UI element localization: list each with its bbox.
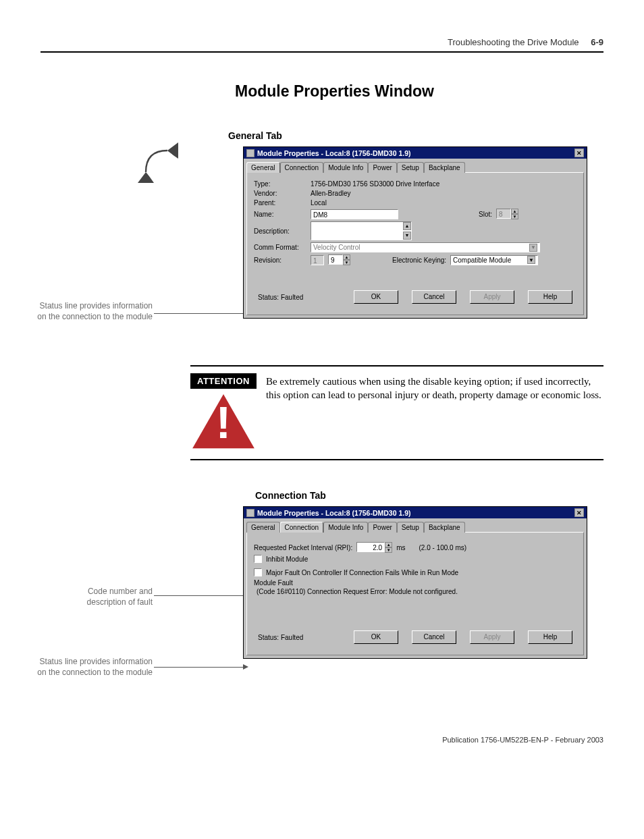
attention-label: ATTENTION <box>190 373 257 389</box>
chevron-up-icon[interactable]: ▲ <box>511 209 518 214</box>
apply-button: Apply <box>470 630 514 644</box>
slot-value: 8 <box>496 209 511 219</box>
leader-line <box>154 595 243 596</box>
rpi-spinner[interactable]: 2.0 ▲▼ <box>356 542 392 553</box>
status-annotation-connection: Status line provides information on the … <box>34 656 153 678</box>
inhibit-label: Inhibit Module <box>266 556 308 563</box>
dialog-title: Module Properties - Local:8 (1756-DMD30 … <box>257 509 572 517</box>
svg-text:!: ! <box>216 397 231 448</box>
name-input[interactable]: DM8 <box>311 209 398 219</box>
rpi-range: (2.0 - 100.0 ms) <box>419 544 467 551</box>
ok-button[interactable]: OK <box>354 290 398 304</box>
module-properties-dialog-general: Module Properties - Local:8 (1756-DMD30 … <box>243 146 587 319</box>
section-title: Module Properties Window <box>235 82 603 101</box>
ekeying-label: Electronic Keying: <box>392 256 446 264</box>
general-panel: Type:1756-DMD30 1756 SD3000 Drive Interf… <box>246 172 584 315</box>
parent-value: Local <box>311 199 327 207</box>
warning-triangle-icon: ! <box>191 393 256 451</box>
chevron-down-icon[interactable]: ▼ <box>385 547 392 553</box>
tab-backplane[interactable]: Backplane <box>424 522 465 533</box>
page-number: 6-9 <box>591 37 603 47</box>
titlebar[interactable]: Module Properties - Local:8 (1756-DMD30 … <box>244 147 587 159</box>
chevron-down-icon[interactable]: ▼ <box>511 214 518 219</box>
leader-line <box>154 667 243 668</box>
revision-major: 1 <box>311 255 324 265</box>
titlebar[interactable]: Module Properties - Local:8 (1756-DMD30 … <box>244 507 587 518</box>
page-header: Troubleshooting the Drive Module 6-9 <box>0 0 644 51</box>
vendor-value: Allen-Bradley <box>311 190 350 197</box>
revision-minor[interactable]: 9 <box>328 254 343 265</box>
type-value: 1756-DMD30 1756 SD3000 Drive Interface <box>311 180 439 188</box>
cancel-button[interactable]: Cancel <box>412 290 456 304</box>
cancel-button[interactable]: Cancel <box>412 630 456 644</box>
general-tab-figure: Status line provides information on the … <box>41 146 603 349</box>
ekeying-select[interactable]: Compatible Module ▼ <box>450 255 538 265</box>
callout-arrow-icon <box>135 140 189 194</box>
revision-label: Revision: <box>254 256 306 264</box>
tab-general[interactable]: General <box>246 162 280 173</box>
publication-line: Publication 1756-UM522B-EN-P - February … <box>0 736 603 744</box>
tab-backplane[interactable]: Backplane <box>424 162 465 173</box>
app-icon <box>246 509 254 517</box>
leader-line <box>154 313 243 314</box>
close-icon[interactable]: ✕ <box>574 148 584 157</box>
tab-power[interactable]: Power <box>368 522 396 533</box>
tabstrip: General Connection Module Info Power Set… <box>244 159 587 172</box>
revision-minor-spinner[interactable]: 9 ▲▼ <box>328 254 350 265</box>
rpi-value[interactable]: 2.0 <box>356 542 385 552</box>
description-input[interactable]: ▲ ▼ <box>311 221 412 240</box>
attention-badge: ATTENTION ! <box>190 373 257 451</box>
rpi-units: ms <box>396 544 405 551</box>
connection-tab-heading: Connection Tab <box>255 490 644 501</box>
tab-setup[interactable]: Setup <box>397 522 424 533</box>
close-icon[interactable]: ✕ <box>574 508 584 517</box>
chevron-up-icon[interactable]: ▲ <box>343 254 350 260</box>
status-line: Status: Faulted <box>258 294 303 301</box>
help-button[interactable]: Help <box>528 630 572 644</box>
chevron-down-icon: ▼ <box>529 244 537 252</box>
tab-setup[interactable]: Setup <box>397 162 424 173</box>
help-button[interactable]: Help <box>528 290 572 304</box>
chevron-down-icon[interactable]: ▼ <box>527 256 535 264</box>
tab-module-info[interactable]: Module Info <box>323 162 368 173</box>
apply-button: Apply <box>470 290 514 304</box>
general-tab-heading: General Tab <box>228 130 644 141</box>
leader-arrowhead-icon <box>243 664 248 670</box>
rpi-label: Requested Packet Interval (RPI): <box>254 544 352 551</box>
scroll-down-icon[interactable]: ▼ <box>403 232 411 240</box>
attention-text: Be extremely cautious when using the dis… <box>266 373 603 451</box>
status-annotation-general: Status line provides information on the … <box>34 300 153 322</box>
comm-format-label: Comm Format: <box>254 244 306 251</box>
slot-spinner[interactable]: 8 ▲▼ <box>496 209 518 219</box>
tab-connection[interactable]: Connection <box>280 162 324 173</box>
tab-module-info[interactable]: Module Info <box>323 522 368 533</box>
fault-annotation: Code number and description of fault <box>54 586 153 607</box>
module-fault-text: (Code 16#0110) Connection Request Error:… <box>254 588 576 595</box>
status-line: Status: Faulted <box>258 634 303 641</box>
scroll-up-icon[interactable]: ▲ <box>403 222 411 230</box>
module-properties-dialog-connection: Module Properties - Local:8 (1756-DMD30 … <box>243 506 587 659</box>
inhibit-checkbox[interactable] <box>254 555 262 563</box>
tab-power[interactable]: Power <box>368 162 396 173</box>
type-label: Type: <box>254 180 306 188</box>
comm-format-select: Velocity Control ▼ <box>311 242 540 252</box>
slot-label: Slot: <box>479 211 492 218</box>
name-label: Name: <box>254 211 306 218</box>
app-icon <box>246 149 254 157</box>
ok-button[interactable]: OK <box>354 630 398 644</box>
module-fault-heading: Module Fault <box>254 579 576 587</box>
attention-rule-bottom <box>190 459 603 460</box>
major-fault-checkbox[interactable] <box>254 568 262 576</box>
header-text: Troubleshooting the Drive Module <box>448 37 579 47</box>
connection-panel: Requested Packet Interval (RPI): 2.0 ▲▼ … <box>246 532 584 655</box>
vendor-label: Vendor: <box>254 190 306 197</box>
chevron-down-icon[interactable]: ▼ <box>343 260 350 265</box>
tab-general[interactable]: General <box>246 522 280 533</box>
chevron-up-icon[interactable]: ▲ <box>385 542 392 547</box>
parent-label: Parent: <box>254 199 306 207</box>
major-fault-label: Major Fault On Controller If Connection … <box>266 569 458 576</box>
header-rule <box>41 51 603 53</box>
tab-connection[interactable]: Connection <box>280 522 324 533</box>
tabstrip: General Connection Module Info Power Set… <box>244 518 587 532</box>
dialog-title: Module Properties - Local:8 (1756-DMD30 … <box>257 149 572 157</box>
